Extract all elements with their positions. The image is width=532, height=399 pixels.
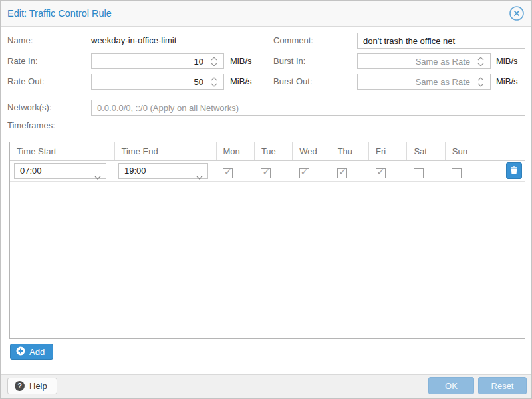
circle-plus-icon (16, 346, 25, 358)
rate-in-label: Rate In: (7, 53, 38, 69)
dialog-titlebar: Edit: Traffic Control Rule (1, 1, 531, 27)
comment-input[interactable] (358, 33, 525, 48)
delete-row-button[interactable] (506, 162, 522, 179)
spinner-down-icon[interactable] (477, 83, 484, 87)
spinner-up-icon[interactable] (477, 57, 484, 61)
timeframes-grid: Time Start Time End Mon Tue Wed Thu Fri … (9, 142, 525, 339)
dialog-title: Edit: Traffic Control Rule (7, 1, 112, 26)
timeframes-label: Timeframes: (7, 120, 55, 132)
question-circle-icon (15, 381, 25, 391)
column-header-time-end[interactable]: Time End (114, 142, 216, 161)
rate-out-spinner (211, 74, 219, 89)
spinner-up-icon[interactable] (211, 77, 217, 81)
spinner-down-icon[interactable] (211, 63, 217, 66)
checkbox-tue[interactable] (261, 168, 271, 178)
column-header-time-start[interactable]: Time Start (10, 142, 114, 161)
ok-button[interactable]: OK (428, 377, 474, 394)
burst-in-field-wrap (357, 53, 491, 69)
time-start-value: 07:00 (20, 166, 42, 176)
timeframe-row: 07:00 19:00 (10, 161, 525, 182)
rate-out-unit: MiB/s (230, 74, 252, 90)
burst-out-label: Burst Out: (273, 74, 313, 90)
column-header-sun[interactable]: Sun (445, 142, 483, 161)
column-header-thu[interactable]: Thu (331, 142, 368, 161)
name-label: Name: (7, 33, 33, 49)
column-header-sat[interactable]: Sat (407, 142, 445, 161)
add-timeframe-button[interactable]: Add (10, 344, 53, 360)
burst-out-field-wrap (357, 74, 491, 90)
time-end-value: 19:00 (124, 166, 146, 176)
traffic-control-rule-dialog: Edit: Traffic Control Rule Name: weekday… (0, 0, 532, 399)
burst-in-unit: MiB/s (496, 53, 518, 69)
checkbox-wed[interactable] (299, 168, 309, 178)
comment-field-wrap (357, 33, 525, 49)
column-header-actions (483, 142, 525, 161)
rate-out-input[interactable] (92, 74, 223, 89)
spinner-down-icon[interactable] (477, 63, 484, 66)
column-header-tue[interactable]: Tue (254, 142, 292, 161)
time-end-combobox[interactable]: 19:00 (118, 163, 208, 179)
rate-in-spinner (211, 54, 219, 68)
burst-in-spinner (477, 54, 485, 68)
burst-in-label: Burst In: (273, 53, 305, 69)
chevron-down-icon (94, 170, 101, 184)
reset-button[interactable]: Reset (478, 377, 527, 394)
close-button[interactable] (509, 6, 524, 21)
name-value: weekday-in-office-limit (91, 33, 176, 49)
chevron-down-icon (196, 170, 203, 184)
networks-input[interactable] (92, 100, 525, 115)
burst-out-input[interactable] (358, 74, 490, 89)
help-button-label: Help (29, 381, 47, 391)
networks-label: Network(s): (7, 100, 51, 116)
dialog-footer: Help OK Reset (1, 374, 531, 398)
rate-out-label: Rate Out: (7, 74, 45, 90)
spinner-up-icon[interactable] (211, 57, 217, 61)
add-button-label: Add (29, 347, 45, 357)
rate-out-field-wrap (91, 74, 224, 90)
burst-out-spinner (477, 74, 485, 89)
rate-in-field-wrap (91, 53, 224, 69)
checkbox-sun[interactable] (452, 168, 462, 178)
checkbox-sat[interactable] (414, 168, 424, 178)
close-icon (509, 13, 524, 23)
time-start-combobox[interactable]: 07:00 (14, 163, 106, 179)
checkbox-fri[interactable] (376, 168, 386, 178)
help-button[interactable]: Help (7, 378, 57, 394)
spinner-up-icon[interactable] (477, 77, 484, 81)
networks-field-wrap (91, 100, 525, 116)
grid-header-row: Time Start Time End Mon Tue Wed Thu Fri … (10, 142, 525, 161)
checkbox-thu[interactable] (337, 168, 347, 178)
burst-out-unit: MiB/s (496, 74, 518, 90)
column-header-mon[interactable]: Mon (216, 142, 254, 161)
spinner-down-icon[interactable] (211, 83, 217, 87)
column-header-wed[interactable]: Wed (293, 142, 331, 161)
burst-in-input[interactable] (358, 54, 490, 68)
rate-in-input[interactable] (92, 54, 223, 68)
rate-in-unit: MiB/s (230, 53, 252, 69)
trash-icon (510, 166, 518, 176)
column-header-fri[interactable]: Fri (369, 142, 407, 161)
checkbox-mon[interactable] (223, 168, 233, 178)
comment-label: Comment: (273, 33, 313, 49)
